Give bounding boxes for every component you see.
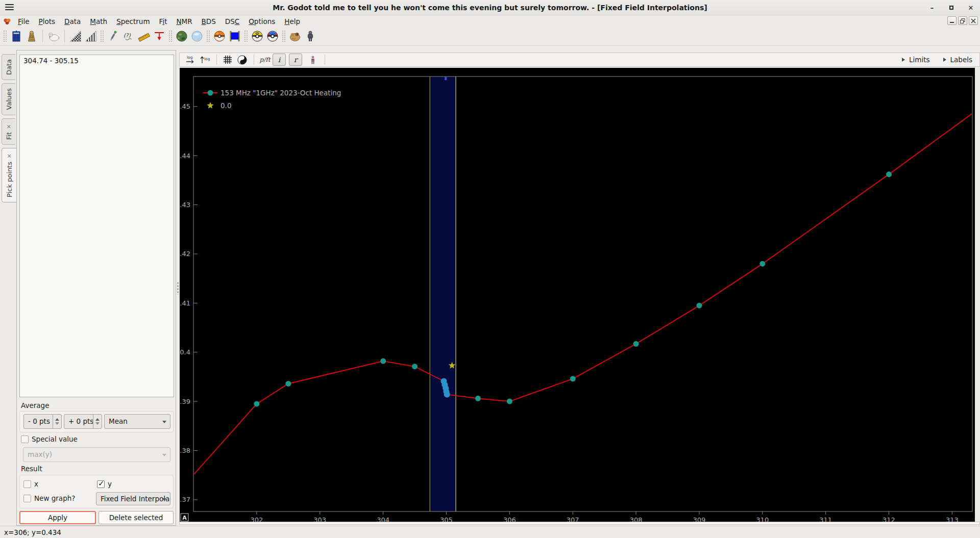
result-x-label: x [34, 480, 38, 488]
blue-flag-icon[interactable] [227, 29, 242, 44]
x-tick-label: 302 [250, 516, 263, 522]
maximize-button[interactable] [947, 4, 955, 12]
striped-cone-icon[interactable] [83, 29, 99, 44]
alien-figure-icon[interactable] [303, 29, 318, 44]
mouse-icon[interactable] [46, 29, 61, 44]
sonic-screwdriver-icon[interactable] [106, 29, 121, 44]
expander-arrow-icon [943, 58, 946, 62]
mdi-minimize-button[interactable] [947, 16, 957, 25]
y-log-scale-button[interactable]: log [198, 54, 211, 66]
selection-band [430, 76, 456, 511]
sidebar-tabstrip: DataValuesFit✕Pick points✕ [2, 54, 16, 202]
imaginary-part-button[interactable]: i [273, 54, 286, 66]
apply-button[interactable]: Apply [19, 511, 96, 524]
menu-data[interactable]: Data [60, 16, 85, 27]
special-value-row: Special value [21, 435, 78, 443]
x-tick-label: 307 [567, 516, 579, 522]
tab-close-icon[interactable]: ✕ [6, 153, 12, 159]
yin-yang-icon[interactable] [235, 54, 249, 66]
toolbar-drag-handle[interactable] [168, 30, 173, 42]
menu-plots[interactable]: Plots [34, 16, 60, 27]
menu-dsc[interactable]: DSC [220, 16, 244, 27]
minimize-button[interactable]: – [928, 4, 936, 12]
toolbar-drag-handle[interactable] [3, 30, 7, 42]
x-tick-label: 303 [313, 516, 326, 522]
sidebar-tab-pick-points[interactable]: Pick points✕ [2, 148, 16, 202]
data-line [194, 114, 972, 474]
close-button[interactable]: ✕ [967, 4, 975, 12]
menu-nmr[interactable]: NMR [172, 16, 197, 27]
mdi-bottom-edge [179, 522, 980, 525]
pick-range-list[interactable]: 304.74 - 305.15 [19, 55, 174, 397]
menu-spectrum[interactable]: Spectrum [112, 16, 154, 27]
tab-close-icon[interactable]: ✕ [6, 123, 12, 130]
menu-fit[interactable]: Fit [155, 16, 172, 27]
spinner-arrows-icon[interactable] [93, 415, 102, 428]
plot-area[interactable]: 3023033043053063073083093103113123130.37… [180, 68, 975, 522]
toolbar-drag-handle[interactable] [100, 30, 104, 42]
dock-splitter[interactable] [176, 50, 180, 526]
special-value-checkbox[interactable] [21, 435, 29, 443]
sidebar-tab-data[interactable]: Data [2, 54, 15, 80]
ruler-icon[interactable] [136, 29, 152, 44]
creature-icon[interactable] [287, 29, 303, 44]
plot-toolbar: log log p/ft i r Limits Labels [179, 53, 980, 67]
plus-points-value: + 0 pts [68, 417, 93, 425]
target-graph-combobox[interactable]: Fixed Field Interpola [96, 492, 170, 505]
menu-bar: FilePlotsDataMathSpectrumFitNMRBDSDSCOpt… [0, 15, 980, 27]
delete-selected-button[interactable]: Delete selected [99, 511, 174, 524]
toolbar-drag-handle[interactable] [206, 30, 210, 42]
spinner-arrows-icon[interactable] [53, 415, 61, 428]
plus-points-spinner[interactable]: + 0 pts [64, 414, 102, 429]
legend-marker-symbol [208, 90, 213, 96]
window-title: Mr. Godot told me to tell you he won't c… [0, 4, 980, 12]
target-graph-value: Fixed Field Interpola [101, 495, 169, 503]
stamp-figure-icon[interactable] [306, 54, 320, 66]
pick-range-item[interactable]: 304.74 - 305.15 [20, 55, 174, 66]
minus-points-spinner[interactable]: - 0 pts [23, 414, 62, 429]
grid-toggle-button[interactable] [221, 54, 234, 66]
mdi-restore-button[interactable] [958, 16, 967, 25]
toolbar-separator [254, 55, 254, 65]
peak-arrow-icon[interactable] [152, 29, 167, 44]
toolbar-drag-handle[interactable] [244, 30, 248, 42]
y-tick-label: 0.43 [180, 201, 190, 209]
orange-pokeball-icon[interactable] [212, 29, 227, 44]
pft-toggle-button[interactable]: p/ft [258, 54, 272, 66]
menu-file[interactable]: File [13, 16, 34, 27]
x-tick-label: 306 [503, 516, 516, 522]
checkered-cone-icon[interactable] [68, 29, 83, 44]
menu-bds[interactable]: BDS [197, 16, 220, 27]
result-x-checkbox[interactable] [23, 480, 31, 488]
toolbar-drag-handle[interactable] [282, 30, 286, 42]
expander-arrow-icon [902, 58, 905, 62]
sidebar-tab-fit[interactable]: Fit✕ [2, 118, 15, 145]
mdi-close-button[interactable] [969, 16, 978, 25]
real-part-button[interactable]: r [289, 54, 302, 66]
menu-help[interactable]: Help [280, 16, 305, 27]
menu-math[interactable]: Math [85, 16, 112, 27]
great-ball-icon[interactable] [265, 29, 280, 44]
ultra-ball-icon[interactable] [250, 29, 265, 44]
menu-items: FilePlotsDataMathSpectrumFitNMRBDSDSCOpt… [13, 16, 305, 27]
camo-sphere-icon[interactable] [174, 29, 189, 44]
result-y-checkbox[interactable] [97, 480, 105, 488]
hamburger-menu-icon[interactable] [5, 4, 14, 11]
chart-canvas[interactable]: 3023033043053063073083093103113123130.37… [180, 68, 975, 522]
tardis-icon[interactable] [9, 29, 24, 44]
new-graph-checkbox[interactable] [23, 495, 31, 502]
average-method-combobox[interactable]: Mean [104, 414, 170, 429]
axes-frame [193, 76, 972, 511]
minus-points-value: - 0 pts [28, 417, 50, 425]
question-scribble-icon[interactable]: (?) [121, 29, 136, 44]
limits-expander[interactable]: Limits [902, 56, 930, 64]
x-log-scale-button[interactable]: log [184, 54, 197, 66]
data-point [886, 171, 892, 177]
dalek-icon[interactable] [24, 29, 39, 44]
menu-options[interactable]: Options [244, 16, 280, 27]
sidebar-tab-values[interactable]: Values [2, 83, 15, 115]
data-point [254, 401, 259, 406]
labels-expander[interactable]: Labels [943, 56, 972, 64]
ice-sphere-icon[interactable] [189, 29, 205, 44]
special-value-function-combobox[interactable]: max(y) [23, 447, 170, 462]
